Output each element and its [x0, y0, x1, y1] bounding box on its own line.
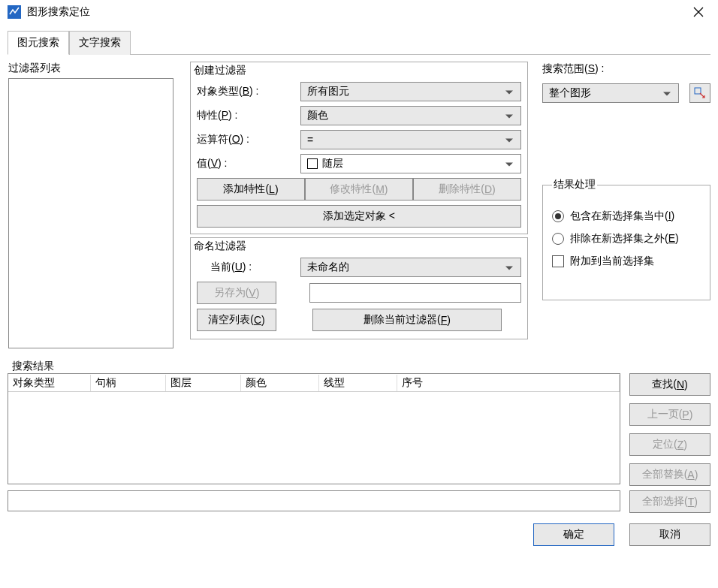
operator-select[interactable]: = — [300, 130, 521, 149]
delete-property-button[interactable]: 删除特性(D) — [413, 178, 521, 201]
current-filter-select[interactable]: 未命名的 — [300, 258, 521, 277]
value-select[interactable]: 随层 — [300, 154, 521, 173]
app-icon — [8, 5, 21, 19]
property-select[interactable]: 颜色 — [300, 106, 521, 125]
radio-icon — [552, 210, 564, 222]
create-filter-legend: 创建过滤器 — [191, 62, 527, 77]
locate-button[interactable]: 定位(Z) — [629, 433, 710, 456]
select-all-button[interactable]: 全部选择(T) — [629, 490, 710, 513]
replace-all-button[interactable]: 全部替换(A) — [629, 463, 710, 486]
bylayer-swatch-icon — [307, 158, 318, 169]
include-radio[interactable]: 包含在新选择集当中(I) — [552, 210, 701, 223]
result-handling-legend: 结果处理 — [552, 178, 597, 191]
object-type-label: 对象类型(B) : — [197, 85, 300, 98]
operator-label: 运算符(O) : — [197, 133, 300, 146]
find-button[interactable]: 查找(N) — [629, 373, 710, 396]
col-object-type[interactable]: 对象类型 — [8, 375, 91, 391]
cancel-button[interactable]: 取消 — [629, 523, 710, 546]
window-title: 图形搜索定位 — [27, 5, 90, 19]
current-filter-label: 当前(U) : — [197, 261, 300, 274]
append-checkbox[interactable]: 附加到当前选择集 — [552, 255, 701, 268]
filter-list-label: 过滤器列表 — [8, 62, 186, 75]
tab-entity-search[interactable]: 图元搜索 — [8, 31, 69, 55]
close-button[interactable] — [686, 3, 710, 21]
modify-property-button[interactable]: 修改特性(M) — [305, 178, 413, 201]
pick-objects-button[interactable] — [689, 83, 710, 103]
add-selected-objects-button[interactable]: 添加选定对象 < — [197, 205, 521, 228]
results-status-input[interactable] — [8, 490, 620, 511]
save-as-button[interactable]: 另存为(V) — [197, 282, 276, 304]
col-color[interactable]: 颜色 — [241, 375, 319, 391]
filter-list-box[interactable] — [8, 78, 173, 348]
col-handle[interactable]: 句柄 — [91, 375, 166, 391]
search-results-legend: 搜索结果 — [11, 360, 56, 373]
name-filter-legend: 命名过滤器 — [191, 238, 527, 253]
filter-name-input[interactable] — [309, 283, 521, 303]
search-results-table[interactable]: 对象类型 句柄 图层 颜色 线型 序号 — [8, 373, 620, 484]
svg-rect-0 — [695, 88, 701, 94]
ok-button[interactable]: 确定 — [533, 523, 614, 546]
checkbox-icon — [552, 255, 564, 267]
exclude-radio[interactable]: 排除在新选择集之外(E) — [552, 232, 701, 246]
radio-icon — [552, 233, 564, 245]
col-linetype[interactable]: 线型 — [319, 375, 397, 391]
delete-current-filter-button[interactable]: 删除当前过滤器(F) — [312, 309, 502, 331]
add-property-button[interactable]: 添加特性(L) — [197, 178, 305, 201]
search-range-select[interactable]: 整个图形 — [542, 83, 679, 103]
object-type-select[interactable]: 所有图元 — [300, 82, 521, 101]
value-label: 值(V) : — [197, 157, 300, 170]
col-layer[interactable]: 图层 — [166, 375, 241, 391]
col-index[interactable]: 序号 — [397, 375, 620, 391]
clear-list-button[interactable]: 清空列表(C) — [197, 309, 276, 331]
prev-page-button[interactable]: 上一页(P) — [629, 403, 710, 426]
search-range-label: 搜索范围(S) : — [542, 62, 710, 76]
tab-text-search[interactable]: 文字搜索 — [69, 31, 131, 55]
property-label: 特性(P) : — [197, 109, 300, 122]
